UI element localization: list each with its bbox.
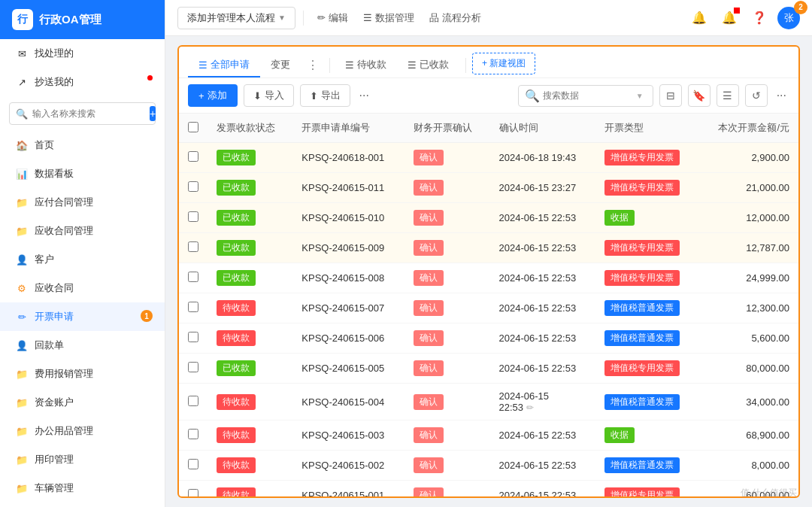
row-time: 2024-06-15 22:53 bbox=[490, 263, 596, 293]
sidebar-item-dashboard[interactable]: 📊 数据看板 bbox=[0, 159, 165, 188]
tab-pending[interactable]: ☰ 待收款 bbox=[335, 53, 397, 77]
sidebar-item-payable-contract[interactable]: 📁 应付合同管理 bbox=[0, 188, 165, 217]
refresh-icon-btn[interactable]: ↺ bbox=[745, 84, 768, 107]
confirm-badge[interactable]: 确认 bbox=[414, 210, 444, 226]
row-status: 待收款 bbox=[208, 323, 292, 354]
sidebar-item-invoice-request[interactable]: ✏ 开票申请 1 bbox=[0, 302, 165, 331]
table-row: 已收款 KPSQ-240615-008 确认 2024-06-15 22:53 … bbox=[179, 263, 798, 293]
sidebar-item-seal[interactable]: 📁 用印管理 bbox=[0, 445, 165, 474]
sidebar-item-receivable[interactable]: ⚙ 应收合同 bbox=[0, 274, 165, 302]
tab-received-label: 已收款 bbox=[420, 58, 449, 71]
search-icon: 🔍 bbox=[16, 108, 28, 120]
confirm-badge[interactable]: 确认 bbox=[414, 427, 444, 443]
sidebar-item-expense[interactable]: 📁 费用报销管理 bbox=[0, 360, 165, 388]
sidebar-item-refund[interactable]: 👤 回款单 bbox=[0, 331, 165, 360]
customer-icon: 👤 bbox=[15, 253, 29, 266]
row-checkbox[interactable] bbox=[188, 332, 198, 342]
row-checkbox-cell bbox=[179, 451, 208, 481]
table-container: ☰ 全部申请 变更 ⋮ ☰ 待收款 ☰ 已收款 + 新建视图 bbox=[177, 45, 800, 498]
tab-received[interactable]: ☰ 已收款 bbox=[397, 53, 459, 77]
sidebar-add-button[interactable]: + bbox=[150, 106, 156, 121]
search-box[interactable]: 🔍 ▼ bbox=[518, 85, 653, 107]
row-type: 增值税普通发票 bbox=[595, 323, 699, 354]
bookmark-icon: 🔖 bbox=[692, 90, 705, 102]
notification-icon-btn[interactable]: 🔔 bbox=[687, 6, 711, 30]
confirm-badge[interactable]: 确认 bbox=[414, 360, 444, 376]
sidebar-item-forward[interactable]: ↗ 抄送我的 bbox=[0, 68, 165, 96]
row-status: 待收款 bbox=[208, 293, 292, 323]
filter-icon-btn[interactable]: ⊟ bbox=[659, 84, 682, 107]
alert-icon-btn[interactable]: 🔔 bbox=[717, 6, 741, 30]
sidebar-item-label: 费用报销管理 bbox=[35, 367, 93, 381]
select-all-checkbox[interactable] bbox=[188, 122, 198, 132]
type-badge: 增值税普通发票 bbox=[604, 394, 680, 410]
edit-link[interactable]: ✏ 编辑 bbox=[311, 8, 354, 29]
search-input[interactable] bbox=[543, 90, 633, 101]
tab-all[interactable]: ☰ 全部申请 bbox=[188, 53, 260, 77]
sidebar-item-home[interactable]: 🏠 首页 bbox=[0, 131, 165, 159]
type-badge: 收据 bbox=[604, 427, 635, 443]
sidebar-item-vehicle[interactable]: 📁 车辆管理 bbox=[0, 474, 165, 502]
sidebar-item-office-supplies[interactable]: 📁 办公用品管理 bbox=[0, 417, 165, 445]
data-manage-icon: ☰ bbox=[363, 12, 372, 23]
row-checkbox[interactable] bbox=[188, 241, 198, 252]
confirm-badge[interactable]: 确认 bbox=[414, 270, 444, 286]
table-icon: ☰ bbox=[345, 59, 354, 71]
row-number: KPSQ-240618-001 bbox=[292, 143, 404, 173]
row-checkbox[interactable] bbox=[188, 362, 198, 372]
row-checkbox-cell bbox=[179, 354, 208, 384]
toolbar-more-icon[interactable]: ··· bbox=[356, 89, 372, 102]
confirm-badge[interactable]: 确认 bbox=[414, 487, 444, 496]
sidebar-search-input[interactable] bbox=[32, 108, 145, 119]
row-checkbox[interactable] bbox=[188, 459, 198, 469]
import-icon: ⬇ bbox=[253, 90, 262, 102]
row-checkbox[interactable] bbox=[188, 181, 198, 192]
row-checkbox[interactable] bbox=[188, 396, 198, 406]
row-time: 2024-06-1522:53✏ bbox=[490, 384, 596, 420]
confirm-badge[interactable]: 确认 bbox=[414, 457, 444, 473]
sidebar-item-capital[interactable]: 📁 资金账户 bbox=[0, 388, 165, 417]
row-checkbox[interactable] bbox=[188, 429, 198, 439]
sidebar-item-customer[interactable]: 👤 客户 bbox=[0, 245, 165, 274]
edit-icon[interactable]: ✏ bbox=[526, 402, 534, 413]
tab-bar: ☰ 全部申请 变更 ⋮ ☰ 待收款 ☰ 已收款 + 新建视图 bbox=[179, 47, 798, 78]
add-button[interactable]: + 添加 bbox=[188, 84, 238, 107]
edit-label: 编辑 bbox=[329, 11, 348, 25]
column-settings-icon-btn[interactable]: ☰ bbox=[717, 84, 739, 107]
more-options-icon[interactable]: ··· bbox=[774, 89, 789, 102]
add-manage-button[interactable]: 添加并管理本人流程 ▼ bbox=[177, 7, 295, 29]
confirm-badge[interactable]: 确认 bbox=[414, 300, 444, 316]
sidebar-item-receivable-contract[interactable]: 📁 应收合同管理 bbox=[0, 217, 165, 245]
confirm-badge[interactable]: 确认 bbox=[414, 150, 444, 165]
bookmark-icon-btn[interactable]: 🔖 bbox=[688, 84, 710, 107]
sidebar-item-find-handled[interactable]: ✉ 找处理的 bbox=[0, 39, 165, 68]
tab-change[interactable]: 变更 bbox=[260, 53, 301, 77]
tab-pending-label: 待收款 bbox=[357, 58, 386, 71]
row-checkbox[interactable] bbox=[188, 272, 198, 282]
avatar-container[interactable]: 张 2 bbox=[777, 7, 800, 29]
confirm-badge[interactable]: 确认 bbox=[414, 330, 444, 346]
row-number: KPSQ-240615-002 bbox=[292, 451, 404, 481]
status-badge: 已收款 bbox=[217, 150, 256, 165]
confirm-badge[interactable]: 确认 bbox=[414, 180, 444, 196]
dropdown-icon: ▼ bbox=[636, 92, 644, 100]
flow-analysis-link[interactable]: 品 流程分析 bbox=[423, 8, 487, 29]
row-checkbox[interactable] bbox=[188, 151, 198, 162]
import-button[interactable]: ⬇ 导入 bbox=[244, 84, 294, 107]
status-badge: 已收款 bbox=[217, 240, 256, 256]
confirm-badge[interactable]: 确认 bbox=[414, 240, 444, 256]
tab-new-view-button[interactable]: + 新建视图 bbox=[472, 53, 535, 74]
sidebar-search-box[interactable]: 🔍 + bbox=[9, 102, 156, 125]
export-button[interactable]: ⬆ 导出 bbox=[300, 84, 350, 107]
row-checkbox[interactable] bbox=[188, 489, 198, 496]
tab-more-icon[interactable]: ⋮ bbox=[301, 53, 325, 77]
row-checkbox[interactable] bbox=[188, 302, 198, 312]
row-checkbox[interactable] bbox=[188, 211, 198, 222]
table-row: 待收款 KPSQ-240615-004 确认 2024-06-1522:53✏ … bbox=[179, 384, 798, 420]
help-icon-btn[interactable]: ❓ bbox=[747, 6, 771, 30]
confirm-badge[interactable]: 确认 bbox=[414, 394, 444, 410]
table-row: 待收款 KPSQ-240615-006 确认 2024-06-15 22:53 … bbox=[179, 323, 798, 354]
sidebar: 行 行政OA管理 ✉ 找处理的 ↗ 抄送我的 🔍 + 🏠 首页 📊 数据看板 📁… bbox=[0, 0, 165, 507]
table-row: 待收款 KPSQ-240615-003 确认 2024-06-15 22:53 … bbox=[179, 420, 798, 451]
data-manage-link[interactable]: ☰ 数据管理 bbox=[357, 8, 420, 29]
